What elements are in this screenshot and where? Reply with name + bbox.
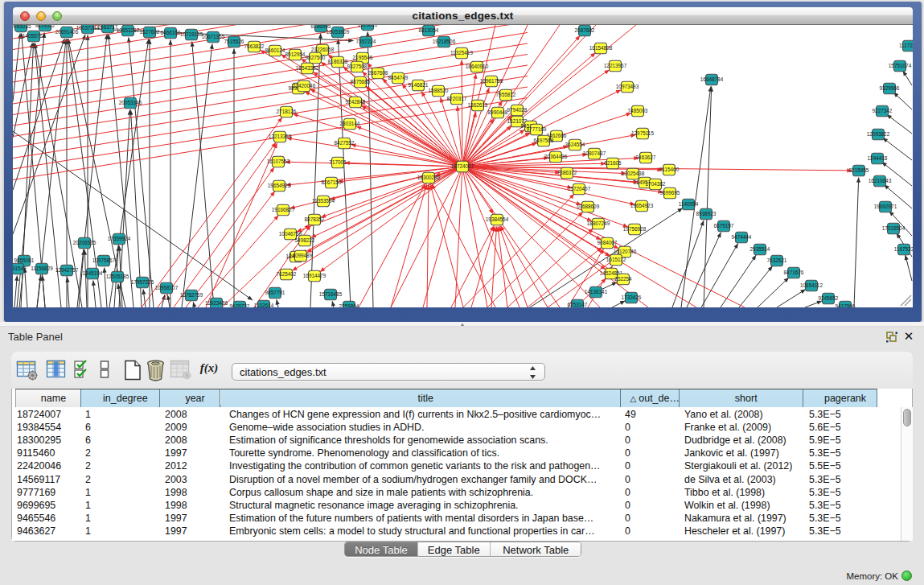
graph-node[interactable]: 11325419 — [450, 47, 473, 59]
graph-node[interactable]: 12942757 — [55, 265, 79, 276]
graph-node[interactable]: 2087682 — [575, 25, 595, 36]
graph-node[interactable]: 8938923 — [696, 208, 717, 220]
graph-node[interactable]: 16648784 — [700, 74, 724, 85]
graph-node[interactable]: 7625402 — [277, 269, 297, 280]
graph-node[interactable]: 252254 — [614, 274, 632, 285]
graph-node[interactable]: 6497568 — [534, 135, 554, 146]
graph-node[interactable]: 10807487 — [583, 148, 606, 159]
function-builder-icon[interactable]: f(x) — [196, 361, 222, 375]
graph-node[interactable]: 16154808 — [589, 43, 613, 54]
graph-node[interactable]: 10688609 — [577, 201, 600, 212]
graph-node[interactable]: 7632621 — [767, 255, 787, 266]
delete-column-icon[interactable] — [146, 359, 166, 381]
graph-node[interactable]: 9827500 — [306, 52, 326, 64]
table-row[interactable]: 977716911998Corpus callosum shape and si… — [12, 486, 897, 499]
graph-node[interactable]: 17016504 — [882, 223, 906, 234]
table-select-dropdown[interactable]: citations_edges.txt — [232, 363, 545, 381]
table-row[interactable]: 1830029562008Estimation of significance … — [12, 434, 897, 447]
graph-node[interactable]: 1244418 — [868, 153, 888, 164]
graph-node[interactable]: 18807249 — [587, 218, 610, 229]
graph-node[interactable]: 9463627 — [636, 152, 656, 163]
graph-node[interactable]: 9628732 — [230, 301, 250, 307]
table-row[interactable]: 1872400712008Changes of HCN gene express… — [12, 408, 897, 421]
table-row[interactable]: 969969511998Structural magnetic resonanc… — [12, 499, 897, 512]
vertical-scrollbar[interactable] — [901, 407, 913, 541]
graph-node[interactable]: 15751074 — [889, 60, 912, 72]
close-panel-icon[interactable]: ✕ — [902, 329, 915, 344]
graph-node[interactable]: 9327508 — [347, 61, 368, 72]
graph-node[interactable]: 9819522 — [35, 25, 55, 31]
graph-node[interactable]: 12505185 — [106, 271, 129, 282]
graph-node[interactable]: 10958107 — [155, 282, 179, 294]
new-column-icon[interactable] — [122, 359, 143, 381]
graph-node[interactable]: 9329966 — [880, 83, 900, 94]
float-window-icon[interactable] — [886, 332, 897, 343]
graph-node[interactable]: 8215955 — [849, 165, 869, 176]
graph-node[interactable]: 8454749 — [388, 72, 409, 84]
graph-node[interactable]: 16053809 — [326, 27, 350, 38]
graph-node[interactable]: 8186328 — [328, 56, 348, 68]
graph-node[interactable]: 10037244 — [76, 25, 100, 34]
graph-node[interactable]: 15720407 — [568, 183, 591, 195]
graph-node[interactable]: 1140954 — [679, 199, 699, 209]
column-header-year[interactable]: year — [160, 389, 221, 407]
graph-node[interactable]: 8267150 — [322, 177, 342, 188]
graph-node[interactable]: 8427552 — [335, 138, 355, 149]
graph-node[interactable]: 717005 — [329, 157, 347, 168]
graph-node[interactable]: 9227342 — [873, 105, 893, 117]
graph-node[interactable]: 9699695 — [660, 187, 680, 199]
graph-node[interactable]: 12213967 — [604, 60, 627, 72]
graph-node[interactable]: 16914479 — [303, 270, 326, 282]
graph-node[interactable]: 6466160 — [161, 27, 181, 39]
select-all-columns-icon[interactable] — [73, 359, 92, 380]
delete-table-icon[interactable] — [170, 359, 191, 380]
graph-node[interactable]: 1102614 — [254, 300, 274, 307]
column-header-name[interactable]: name — [15, 389, 81, 407]
column-header-title[interactable]: title — [221, 389, 622, 407]
graph-node[interactable]: 19692971 — [874, 201, 897, 212]
graph-node[interactable]: 10654112 — [800, 280, 823, 291]
graph-node[interactable]: 7485003 — [628, 105, 648, 117]
graph-node[interactable]: 9412966 — [836, 301, 856, 307]
graph-node[interactable]: 7357224 — [356, 36, 376, 47]
graph-node[interactable]: 9857791 — [265, 287, 285, 299]
graph-node[interactable]: 2259864 — [339, 301, 359, 307]
graph-node[interactable]: 11156829 — [31, 263, 53, 274]
graph-node[interactable]: 621605 — [604, 158, 622, 169]
graph-node[interactable]: 10653287 — [117, 25, 140, 36]
graph-node[interactable]: 16782759 — [180, 290, 203, 301]
table-row[interactable]: 1938455462009Genome–wide association stu… — [12, 421, 897, 434]
graph-node[interactable]: 9474444 — [732, 232, 752, 243]
graph-node[interactable]: 19384554 — [486, 214, 509, 225]
graph-node[interactable]: 2935514 — [750, 244, 770, 255]
tab-network-table[interactable]: Network Table — [491, 542, 582, 557]
graph-node[interactable]: 16210643 — [869, 175, 892, 187]
graph-node[interactable]: 11353594 — [312, 196, 335, 206]
network-graph-canvas[interactable]: 2065035140557129819522206914061003724426… — [13, 25, 913, 307]
table-row[interactable]: 911546021997Tourette syndrome. Phenomeno… — [12, 447, 897, 459]
graph-node[interactable]: 6253147 — [568, 299, 588, 307]
graph-node[interactable]: 9794028 — [507, 105, 528, 116]
network-view-window[interactable]: citations_edges.txt 20650351405571298195… — [4, 2, 922, 322]
table-row[interactable]: 1456911722003Disruption of a novel membe… — [12, 473, 897, 486]
graph-node[interactable]: 9245652 — [819, 293, 839, 304]
graph-node[interactable]: 2663717 — [98, 25, 118, 33]
graph-node[interactable]: 9115460 — [659, 164, 680, 175]
graph-node[interactable]: 19166827 — [272, 204, 295, 215]
scrollbar-thumb[interactable] — [903, 409, 911, 426]
graph-node[interactable]: 15716485 — [319, 289, 343, 300]
graph-node[interactable]: 19218506 — [433, 36, 456, 47]
graph-node[interactable]: 1588520 — [429, 85, 449, 97]
table-row[interactable]: 946554611997Estimation of the future num… — [12, 512, 897, 525]
graph-node[interactable]: 12093822 — [867, 129, 890, 140]
table-row[interactable]: 946362711997Embryonic stem cells: a mode… — [12, 525, 897, 538]
column-header-out_de[interactable]: △out_de… — [621, 389, 680, 407]
graph-node[interactable]: 12213369 — [269, 131, 292, 142]
graph-node[interactable]: 18640910 — [466, 61, 489, 72]
column-header-pagerank[interactable]: pagerank — [803, 389, 877, 407]
graph-node[interactable]: 7955812 — [496, 89, 516, 101]
select-column-icon[interactable] — [46, 359, 67, 380]
graph-node[interactable]: 12975115 — [631, 128, 654, 139]
graph-node[interactable]: 1527602 — [140, 27, 160, 38]
graph-node[interactable]: 3624554 — [565, 139, 585, 150]
